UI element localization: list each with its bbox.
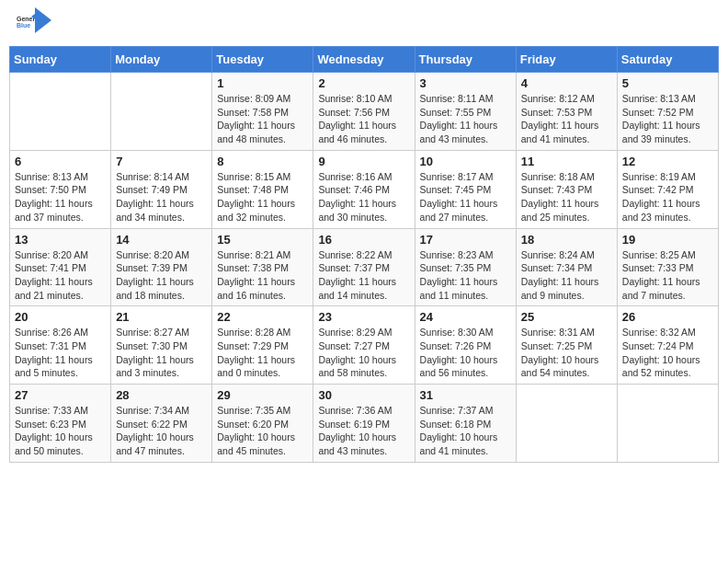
weekday-header-cell: Wednesday — [313, 47, 415, 73]
calendar-day-cell: 8Sunrise: 8:15 AM Sunset: 7:48 PM Daylig… — [212, 150, 313, 228]
day-info: Sunrise: 8:15 AM Sunset: 7:48 PM Dayligh… — [217, 170, 308, 224]
day-info: Sunrise: 8:24 AM Sunset: 7:34 PM Dayligh… — [521, 248, 612, 303]
calendar-day-cell: 10Sunrise: 8:17 AM Sunset: 7:45 PM Dayli… — [415, 150, 516, 228]
day-number: 18 — [521, 233, 612, 247]
calendar-day-cell: 11Sunrise: 8:18 AM Sunset: 7:43 PM Dayli… — [516, 150, 617, 228]
day-number: 19 — [622, 233, 713, 247]
day-info: Sunrise: 7:36 AM Sunset: 6:19 PM Dayligh… — [318, 404, 409, 458]
calendar-day-cell: 9Sunrise: 8:16 AM Sunset: 7:46 PM Daylig… — [313, 150, 415, 228]
calendar-week-row: 13Sunrise: 8:20 AM Sunset: 7:41 PM Dayli… — [10, 228, 719, 306]
calendar-day-cell — [516, 385, 617, 463]
calendar-day-cell: 30Sunrise: 7:36 AM Sunset: 6:19 PM Dayli… — [313, 385, 415, 463]
day-info: Sunrise: 8:25 AM Sunset: 7:33 PM Dayligh… — [622, 248, 713, 303]
day-info: Sunrise: 8:21 AM Sunset: 7:38 PM Dayligh… — [217, 248, 308, 303]
day-number: 8 — [217, 155, 308, 168]
calendar-day-cell: 7Sunrise: 8:14 AM Sunset: 7:49 PM Daylig… — [111, 150, 212, 228]
day-number: 25 — [521, 310, 612, 324]
day-number: 29 — [217, 388, 308, 402]
weekday-header-row: SundayMondayTuesdayWednesdayThursdayFrid… — [10, 47, 719, 73]
day-number: 6 — [15, 155, 106, 168]
day-number: 17 — [420, 233, 511, 247]
day-info: Sunrise: 8:29 AM Sunset: 7:27 PM Dayligh… — [318, 326, 409, 380]
day-number: 20 — [15, 310, 106, 324]
day-info: Sunrise: 8:32 AM Sunset: 7:24 PM Dayligh… — [622, 326, 713, 380]
day-info: Sunrise: 8:09 AM Sunset: 7:58 PM Dayligh… — [217, 92, 308, 146]
day-number: 21 — [116, 310, 207, 324]
day-info: Sunrise: 7:37 AM Sunset: 6:18 PM Dayligh… — [420, 404, 511, 458]
calendar-day-cell: 4Sunrise: 8:12 AM Sunset: 7:53 PM Daylig… — [516, 73, 617, 151]
calendar-day-cell: 22Sunrise: 8:28 AM Sunset: 7:29 PM Dayli… — [212, 306, 313, 385]
day-info: Sunrise: 8:20 AM Sunset: 7:39 PM Dayligh… — [116, 248, 207, 303]
logo-arrow-icon — [35, 7, 51, 33]
day-number: 10 — [420, 155, 511, 168]
day-info: Sunrise: 8:18 AM Sunset: 7:43 PM Dayligh… — [521, 170, 612, 224]
calendar-body: 1Sunrise: 8:09 AM Sunset: 7:58 PM Daylig… — [10, 73, 719, 463]
day-info: Sunrise: 8:16 AM Sunset: 7:46 PM Dayligh… — [318, 170, 409, 224]
calendar-day-cell: 13Sunrise: 8:20 AM Sunset: 7:41 PM Dayli… — [10, 228, 111, 306]
weekday-header-cell: Friday — [516, 47, 617, 73]
calendar-day-cell: 27Sunrise: 7:33 AM Sunset: 6:23 PM Dayli… — [10, 385, 111, 463]
weekday-header-cell: Monday — [111, 47, 212, 73]
day-info: Sunrise: 8:13 AM Sunset: 7:52 PM Dayligh… — [622, 92, 713, 146]
day-number: 1 — [217, 76, 308, 90]
day-number: 30 — [318, 388, 409, 402]
day-number: 4 — [521, 76, 612, 90]
calendar-day-cell: 16Sunrise: 8:22 AM Sunset: 7:37 PM Dayli… — [313, 228, 415, 306]
calendar-day-cell: 12Sunrise: 8:19 AM Sunset: 7:42 PM Dayli… — [617, 150, 718, 228]
weekday-header-cell: Saturday — [617, 47, 718, 73]
day-info: Sunrise: 8:11 AM Sunset: 7:55 PM Dayligh… — [420, 92, 511, 146]
calendar-day-cell: 5Sunrise: 8:13 AM Sunset: 7:52 PM Daylig… — [617, 73, 718, 151]
calendar-week-row: 6Sunrise: 8:13 AM Sunset: 7:50 PM Daylig… — [10, 150, 719, 228]
calendar-day-cell: 29Sunrise: 7:35 AM Sunset: 6:20 PM Dayli… — [212, 385, 313, 463]
calendar-day-cell: 2Sunrise: 8:10 AM Sunset: 7:56 PM Daylig… — [313, 73, 415, 151]
day-info: Sunrise: 8:12 AM Sunset: 7:53 PM Dayligh… — [521, 92, 612, 146]
day-number: 2 — [318, 76, 409, 90]
day-number: 7 — [116, 155, 207, 168]
calendar-day-cell — [617, 385, 718, 463]
calendar-day-cell: 1Sunrise: 8:09 AM Sunset: 7:58 PM Daylig… — [212, 73, 313, 151]
calendar-day-cell: 14Sunrise: 8:20 AM Sunset: 7:39 PM Dayli… — [111, 228, 212, 306]
day-info: Sunrise: 8:17 AM Sunset: 7:45 PM Dayligh… — [420, 170, 511, 224]
calendar-day-cell: 25Sunrise: 8:31 AM Sunset: 7:25 PM Dayli… — [516, 306, 617, 385]
day-info: Sunrise: 8:31 AM Sunset: 7:25 PM Dayligh… — [521, 326, 612, 380]
calendar-day-cell: 24Sunrise: 8:30 AM Sunset: 7:26 PM Dayli… — [415, 306, 516, 385]
day-number: 9 — [318, 155, 409, 168]
logo: General Blue — [17, 13, 51, 35]
day-number: 24 — [420, 310, 511, 324]
day-info: Sunrise: 8:10 AM Sunset: 7:56 PM Dayligh… — [318, 92, 409, 146]
calendar-week-row: 27Sunrise: 7:33 AM Sunset: 6:23 PM Dayli… — [10, 385, 719, 463]
day-number: 5 — [622, 76, 713, 90]
day-info: Sunrise: 8:23 AM Sunset: 7:35 PM Dayligh… — [420, 248, 511, 303]
day-info: Sunrise: 8:20 AM Sunset: 7:41 PM Dayligh… — [15, 248, 106, 303]
day-info: Sunrise: 8:19 AM Sunset: 7:42 PM Dayligh… — [622, 170, 713, 224]
day-info: Sunrise: 8:30 AM Sunset: 7:26 PM Dayligh… — [420, 326, 511, 380]
day-number: 3 — [420, 76, 511, 90]
calendar-day-cell: 23Sunrise: 8:29 AM Sunset: 7:27 PM Dayli… — [313, 306, 415, 385]
day-number: 22 — [217, 310, 308, 324]
calendar-day-cell: 20Sunrise: 8:26 AM Sunset: 7:31 PM Dayli… — [10, 306, 111, 385]
day-info: Sunrise: 8:22 AM Sunset: 7:37 PM Dayligh… — [318, 248, 409, 303]
calendar-day-cell: 21Sunrise: 8:27 AM Sunset: 7:30 PM Dayli… — [111, 306, 212, 385]
svg-text:Blue: Blue — [17, 22, 30, 29]
day-number: 28 — [116, 388, 207, 402]
day-info: Sunrise: 8:27 AM Sunset: 7:30 PM Dayligh… — [116, 326, 207, 380]
day-info: Sunrise: 7:34 AM Sunset: 6:22 PM Dayligh… — [116, 404, 207, 458]
weekday-header-cell: Sunday — [10, 47, 111, 73]
day-info: Sunrise: 7:35 AM Sunset: 6:20 PM Dayligh… — [217, 404, 308, 458]
calendar-day-cell: 28Sunrise: 7:34 AM Sunset: 6:22 PM Dayli… — [111, 385, 212, 463]
calendar-day-cell: 3Sunrise: 8:11 AM Sunset: 7:55 PM Daylig… — [415, 73, 516, 151]
day-number: 12 — [622, 155, 713, 168]
day-number: 11 — [521, 155, 612, 168]
calendar-day-cell: 26Sunrise: 8:32 AM Sunset: 7:24 PM Dayli… — [617, 306, 718, 385]
day-number: 16 — [318, 233, 409, 247]
day-info: Sunrise: 8:14 AM Sunset: 7:49 PM Dayligh… — [116, 170, 207, 224]
calendar-day-cell: 6Sunrise: 8:13 AM Sunset: 7:50 PM Daylig… — [10, 150, 111, 228]
day-number: 13 — [15, 233, 106, 247]
day-info: Sunrise: 8:26 AM Sunset: 7:31 PM Dayligh… — [15, 326, 106, 380]
day-info: Sunrise: 8:28 AM Sunset: 7:29 PM Dayligh… — [217, 326, 308, 380]
calendar-day-cell: 15Sunrise: 8:21 AM Sunset: 7:38 PM Dayli… — [212, 228, 313, 306]
day-number: 23 — [318, 310, 409, 324]
day-number: 14 — [116, 233, 207, 247]
day-info: Sunrise: 7:33 AM Sunset: 6:23 PM Dayligh… — [15, 404, 106, 458]
day-number: 31 — [420, 388, 511, 402]
